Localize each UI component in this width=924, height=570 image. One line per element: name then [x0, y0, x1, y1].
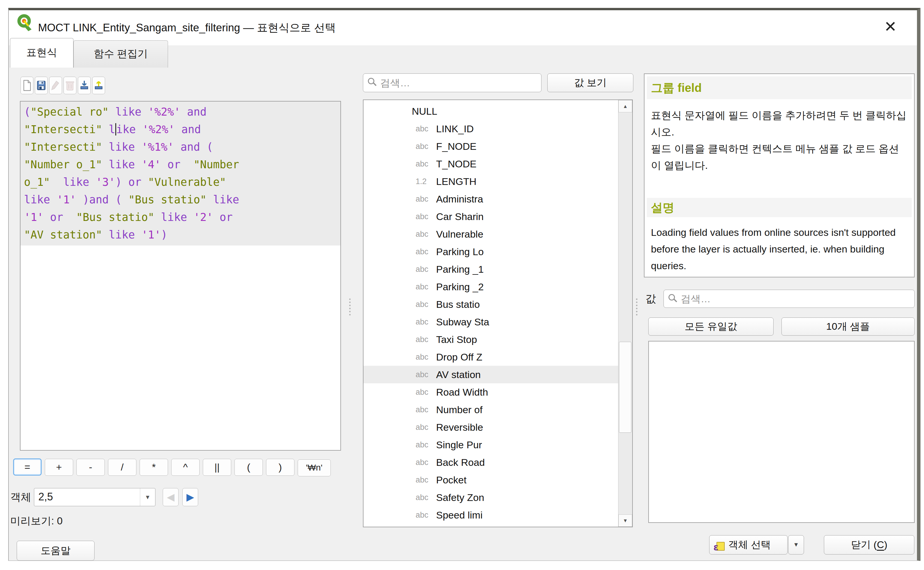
select-features-dropdown-button[interactable]: ▼	[788, 535, 804, 555]
text-field-icon: abc	[415, 208, 429, 225]
operator-button-1[interactable]: +	[45, 459, 73, 476]
field-label: Parking Lo	[436, 243, 484, 260]
field-item[interactable]: abcTaxi Stop	[363, 331, 619, 348]
field-label: LINK_ID	[436, 120, 474, 138]
field-item[interactable]: abcBus statio	[363, 296, 619, 313]
select-by-expression-dialog: MOCT LINK_Entity_Sangam_site_filtering —…	[8, 8, 921, 561]
operator-button-4[interactable]: *	[139, 459, 168, 476]
field-item[interactable]: abcBack Road	[363, 454, 619, 471]
close-dialog-button[interactable]: 닫기 (C)	[824, 535, 914, 555]
scroll-down-icon[interactable]: ▼	[618, 515, 632, 527]
operator-button-6[interactable]: ||	[203, 459, 231, 476]
text-field-icon: abc	[415, 313, 429, 331]
field-item[interactable]: abcParking Lo	[363, 243, 619, 260]
field-label: Road Width	[436, 383, 488, 401]
fields-list[interactable]: NULLabcLINK_IDabcF_NODEabcT_NODE1.2LENGT…	[363, 100, 633, 527]
field-label: LENGTH	[436, 173, 477, 190]
chevron-down-icon[interactable]: ▼	[140, 488, 155, 506]
field-item[interactable]: abcAV station	[363, 366, 619, 383]
fields-scrollbar[interactable]: ▲ ▼	[618, 100, 632, 527]
new-expression-button[interactable]	[20, 77, 34, 94]
values-search-input[interactable]	[681, 290, 913, 308]
values-search-box[interactable]	[664, 290, 915, 308]
select-features-label: 객체 선택	[728, 539, 771, 550]
text-field-icon: abc	[415, 471, 429, 489]
text-field-icon: abc	[415, 243, 429, 260]
delete-expression-button	[63, 77, 77, 94]
values-list[interactable]	[648, 341, 915, 523]
field-item[interactable]: abcF_NODE	[363, 138, 619, 155]
field-item[interactable]: abcT_NODE	[363, 155, 619, 173]
fields-search-box[interactable]	[363, 74, 541, 92]
import-expressions-button[interactable]	[78, 77, 91, 94]
field-item[interactable]: abcParking _2	[363, 278, 619, 296]
previous-feature-button: ◀	[163, 488, 179, 506]
help-button[interactable]: 도움말	[17, 541, 95, 561]
all-unique-values-button[interactable]: 모든 유일값	[648, 317, 774, 336]
description-text: Loading field values from online sources…	[651, 224, 909, 274]
expression-editor[interactable]: ("Special ro" like '%2%' and"Intersecti"…	[20, 101, 341, 450]
show-values-button[interactable]: 값 보기	[547, 74, 633, 92]
field-label: Back Road	[436, 454, 485, 471]
operator-button-3[interactable]: /	[108, 459, 136, 476]
field-item[interactable]: abcParking _1	[363, 260, 619, 278]
scrollbar-thumb[interactable]	[619, 342, 631, 433]
save-expression-button[interactable]	[35, 77, 48, 94]
values-label: 값	[645, 290, 656, 308]
group-field-help-text: 표현식 문자열에 필드 이름을 추가하려면 두 번 클릭하십시오. 필드 이름을…	[651, 107, 909, 173]
preview-row: 미리보기: 0	[10, 514, 63, 528]
field-item[interactable]: abcVulnerable	[363, 225, 619, 243]
next-feature-button[interactable]: ▶	[182, 488, 198, 506]
field-label: F_NODE	[436, 138, 477, 155]
field-item[interactable]: abcRoad Width	[363, 383, 619, 401]
field-label: AV station	[436, 366, 481, 383]
field-item[interactable]: abcSubway Sta	[363, 313, 619, 331]
field-item[interactable]: abcLINK_ID	[363, 120, 619, 138]
splitter-handle-right[interactable]	[636, 299, 637, 316]
export-arrow-up-icon	[94, 80, 103, 91]
field-label: Parking _2	[436, 278, 484, 296]
operator-button-7[interactable]: (	[234, 459, 263, 476]
select-features-button[interactable]: ε 객체 선택	[709, 535, 788, 555]
close-icon[interactable]: ✕	[880, 10, 901, 45]
ten-samples-button[interactable]: 10개 샘플	[781, 317, 915, 336]
code-line: like '1' )and ( "Bus statio" like	[24, 191, 337, 208]
field-label: Drop Off Z	[436, 348, 482, 366]
feature-combo[interactable]: 2,5 ▼	[34, 488, 155, 506]
tab-function-editor[interactable]: 함수 편집기	[74, 40, 168, 67]
splitter-handle-left[interactable]	[349, 299, 351, 316]
field-item[interactable]: abcReversible	[363, 418, 619, 436]
field-item[interactable]: abcSpeed li_1	[363, 524, 619, 527]
field-item[interactable]: abcCar Sharin	[363, 208, 619, 225]
field-item[interactable]: NULL	[363, 103, 619, 120]
help-panel: 그룹 field 표현식 문자열에 필드 이름을 추가하려면 두 번 클릭하십시…	[644, 74, 915, 277]
operator-button-row: =+-/*^||()'₩n'	[13, 458, 334, 475]
code-line: "AV station" like '1')	[24, 226, 337, 244]
text-field-icon: abc	[415, 296, 429, 313]
scroll-up-icon[interactable]: ▲	[618, 100, 632, 112]
operator-button-2[interactable]: -	[77, 459, 105, 476]
field-item[interactable]: abcSingle Pur	[363, 436, 619, 454]
operator-button-5[interactable]: ^	[171, 459, 199, 476]
export-expressions-button[interactable]	[92, 77, 105, 94]
operator-button-8[interactable]: )	[266, 459, 294, 476]
text-field-icon: abc	[415, 331, 429, 348]
field-item[interactable]: 1.2LENGTH	[363, 173, 619, 190]
operator-button-9[interactable]: '₩n'	[298, 460, 331, 477]
field-item[interactable]: abcAdministra	[363, 190, 619, 208]
field-item[interactable]: abcSafety Zon	[363, 489, 619, 506]
field-item[interactable]: abcNumber of	[363, 401, 619, 418]
close-label-post: )	[884, 539, 887, 550]
text-field-icon: abc	[415, 278, 429, 296]
field-label: NULL	[412, 103, 437, 120]
tab-expression[interactable]: 표현식	[10, 38, 74, 67]
field-item[interactable]: abcDrop Off Z	[363, 348, 619, 366]
field-label: Speed li_1	[436, 524, 483, 527]
field-item[interactable]: abcSpeed limi	[363, 506, 619, 524]
expression-code[interactable]: ("Special ro" like '%2%' and"Intersecti"…	[20, 101, 340, 244]
field-item[interactable]: abcPocket	[363, 471, 619, 489]
operator-button-0[interactable]: =	[13, 458, 41, 475]
preview-label: 미리보기:	[10, 515, 54, 526]
field-label: Parking _1	[436, 260, 484, 278]
fields-search-input[interactable]	[380, 74, 540, 92]
